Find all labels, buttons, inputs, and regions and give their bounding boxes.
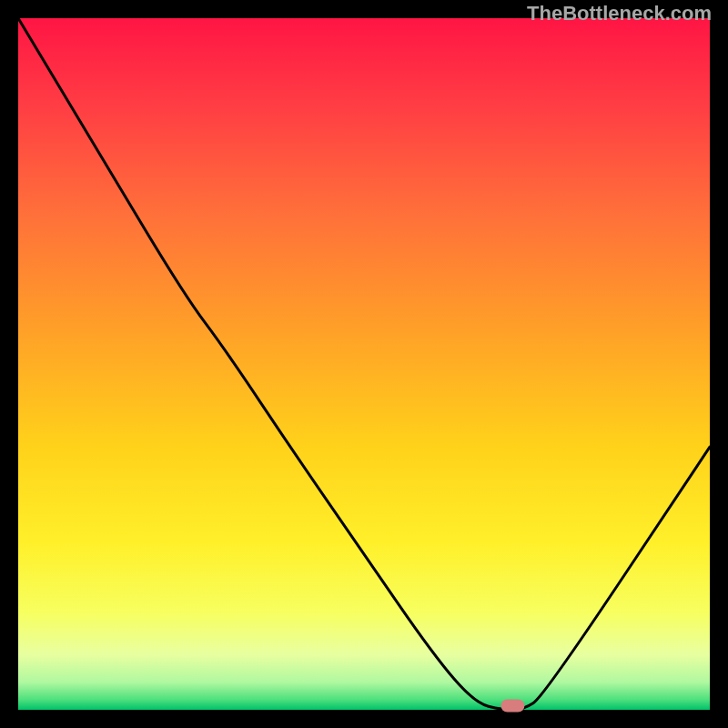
- chart-background: [18, 18, 710, 710]
- chart-svg: [0, 0, 728, 728]
- optimal-marker: [500, 699, 524, 712]
- bottleneck-chart: TheBottleneck.com: [0, 0, 728, 728]
- watermark-text: TheBottleneck.com: [527, 2, 712, 25]
